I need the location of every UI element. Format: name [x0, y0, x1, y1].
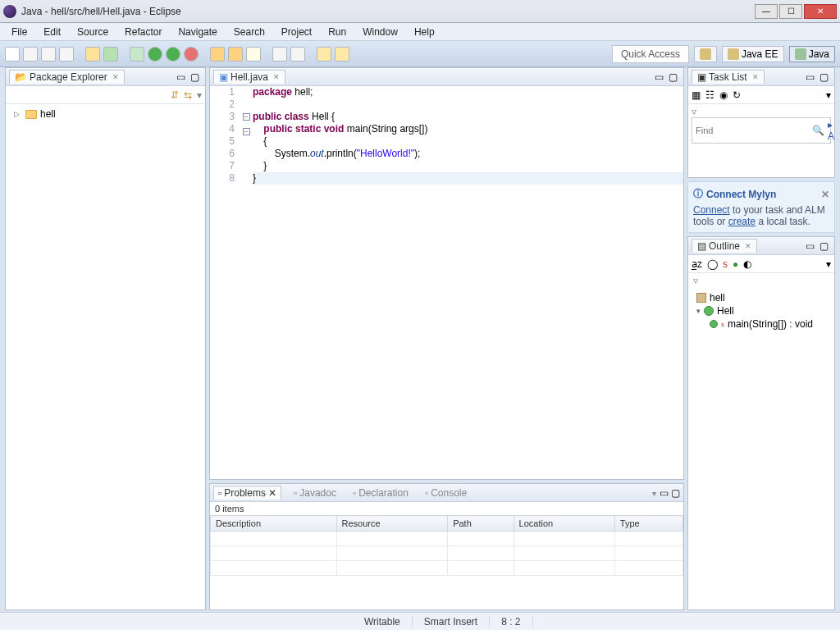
- new-task-icon[interactable]: ▦: [692, 89, 701, 101]
- close-icon[interactable]: ✕: [112, 73, 119, 81]
- minimize-view-icon[interactable]: ▭: [660, 487, 669, 499]
- menu-window[interactable]: Window: [354, 25, 406, 39]
- quick-access[interactable]: Quick Access: [612, 45, 689, 63]
- hide-static-icon[interactable]: s: [723, 258, 728, 270]
- task-search-input[interactable]: [696, 126, 809, 135]
- back-icon[interactable]: [317, 47, 331, 62]
- hide-local-icon[interactable]: ◐: [743, 258, 751, 270]
- task-list-tab[interactable]: ▣Task List✕: [692, 70, 765, 84]
- synchronize-icon[interactable]: ↻: [733, 89, 741, 101]
- tab-declaration[interactable]: ▫Declaration: [349, 486, 413, 500]
- forward-icon[interactable]: [335, 47, 349, 62]
- save-all-icon[interactable]: [41, 47, 56, 62]
- minimize-button[interactable]: —: [755, 4, 778, 19]
- outline-class[interactable]: ▾Hell: [692, 304, 831, 317]
- status-cursor-pos: 8 : 2: [490, 616, 532, 628]
- col-location[interactable]: Location: [514, 516, 614, 532]
- outline-method[interactable]: smain(String[]) : void: [692, 317, 831, 331]
- maximize-view-icon[interactable]: ▢: [819, 240, 831, 252]
- search-icon[interactable]: 🔍: [812, 125, 824, 136]
- search-icon[interactable]: [246, 47, 261, 62]
- statusbar: Writable Smart Insert 8 : 2: [0, 612, 840, 630]
- menu-refactor[interactable]: Refactor: [116, 25, 170, 39]
- eclipse-icon: [3, 5, 16, 18]
- menu-source[interactable]: Source: [69, 25, 116, 39]
- minimize-view-icon[interactable]: ▭: [176, 71, 188, 83]
- maximize-view-icon[interactable]: ▢: [819, 71, 831, 83]
- tree-item-hell[interactable]: ▷ hell: [9, 107, 202, 121]
- problems-table[interactable]: DescriptionResourcePathLocationType: [210, 515, 683, 576]
- menu-run[interactable]: Run: [320, 25, 354, 39]
- open-perspective-button[interactable]: [694, 46, 717, 62]
- new-class-icon[interactable]: [228, 47, 243, 62]
- problems-count: 0 items: [210, 502, 683, 515]
- collapse-all-icon[interactable]: ⇵: [171, 89, 179, 101]
- outline-tab[interactable]: ▤Outline✕: [692, 239, 757, 253]
- filter-all[interactable]: All: [828, 130, 835, 142]
- col-path[interactable]: Path: [448, 516, 514, 532]
- menu-search[interactable]: Search: [226, 25, 273, 39]
- perspective-java[interactable]: Java: [789, 46, 835, 62]
- tab-console[interactable]: ▫Console: [421, 486, 471, 500]
- link-editor-icon[interactable]: ⇆: [184, 89, 192, 101]
- maximize-view-icon[interactable]: ▢: [669, 71, 680, 83]
- close-icon[interactable]: ✕: [752, 73, 759, 81]
- menu-file[interactable]: File: [3, 25, 35, 39]
- view-menu-icon[interactable]: ▾: [652, 489, 656, 498]
- refresh-icon[interactable]: [103, 47, 118, 62]
- hide-nonpublic-icon[interactable]: ●: [733, 258, 738, 270]
- code-editor[interactable]: 12345678 −− package hell; public class H…: [210, 86, 683, 479]
- col-type[interactable]: Type: [614, 516, 682, 532]
- print-icon[interactable]: [59, 47, 74, 62]
- editor-tab-hell[interactable]: ▣Hell.java✕: [213, 70, 285, 84]
- task-search[interactable]: 🔍 ▸ All ▸ Activ...: [692, 117, 831, 144]
- sort-icon[interactable]: a̲z: [692, 258, 702, 270]
- external-tools-icon[interactable]: [184, 47, 199, 62]
- status-insert-mode: Smart Insert: [413, 616, 490, 628]
- save-icon[interactable]: [23, 47, 38, 62]
- maximize-view-icon[interactable]: ▢: [671, 487, 680, 499]
- menu-navigate[interactable]: Navigate: [170, 25, 225, 39]
- run-last-icon[interactable]: [166, 47, 180, 62]
- col-resource[interactable]: Resource: [336, 516, 448, 532]
- minimize-view-icon[interactable]: ▭: [806, 71, 817, 83]
- maximize-button[interactable]: ☐: [779, 4, 802, 19]
- package-explorer-tree[interactable]: ▷ hell: [6, 104, 205, 609]
- build-icon[interactable]: [85, 47, 100, 62]
- hide-fields-icon[interactable]: ◯: [707, 258, 718, 270]
- focus-icon[interactable]: ◉: [719, 89, 728, 101]
- open-type-icon[interactable]: [272, 47, 287, 62]
- close-button[interactable]: ✕: [804, 4, 837, 19]
- method-icon: [710, 320, 718, 328]
- debug-icon[interactable]: [130, 47, 144, 62]
- minimize-view-icon[interactable]: ▭: [655, 71, 666, 83]
- menu-project[interactable]: Project: [273, 25, 320, 39]
- perspective-java-ee[interactable]: Java EE: [722, 46, 784, 62]
- menu-help[interactable]: Help: [406, 25, 443, 39]
- expand-icon[interactable]: ▷: [14, 110, 22, 118]
- package-explorer-tab[interactable]: 📂Package Explorer✕: [9, 70, 125, 84]
- close-icon[interactable]: ✕: [745, 242, 751, 250]
- mylyn-create-link[interactable]: create: [728, 216, 756, 227]
- open-task-icon[interactable]: [290, 47, 305, 62]
- close-icon[interactable]: ✕: [821, 189, 829, 200]
- outline-tree[interactable]: hell▾Hellsmain(String[]) : void: [688, 288, 834, 609]
- close-icon[interactable]: ✕: [273, 73, 280, 81]
- categorize-icon[interactable]: ☷: [705, 89, 714, 101]
- tab-problems[interactable]: ▫Problems✕: [213, 486, 281, 500]
- mylyn-connect-link[interactable]: Connect: [693, 204, 730, 216]
- package-icon: [696, 293, 706, 303]
- col-description[interactable]: Description: [211, 516, 337, 532]
- new-icon[interactable]: [5, 47, 20, 62]
- tab-javadoc[interactable]: ▫Javadoc: [290, 486, 340, 500]
- main-toolbar: Quick Access Java EE Java: [0, 41, 840, 67]
- maximize-view-icon[interactable]: ▢: [190, 71, 202, 83]
- minimize-view-icon[interactable]: ▭: [806, 240, 817, 252]
- run-icon[interactable]: [148, 47, 162, 62]
- new-package-icon[interactable]: [210, 47, 225, 62]
- view-menu-icon[interactable]: ▾: [197, 89, 202, 101]
- view-menu-icon[interactable]: ▾: [826, 89, 831, 101]
- outline-package[interactable]: hell: [692, 291, 831, 304]
- view-menu-icon[interactable]: ▾: [826, 258, 831, 270]
- menu-edit[interactable]: Edit: [35, 25, 69, 39]
